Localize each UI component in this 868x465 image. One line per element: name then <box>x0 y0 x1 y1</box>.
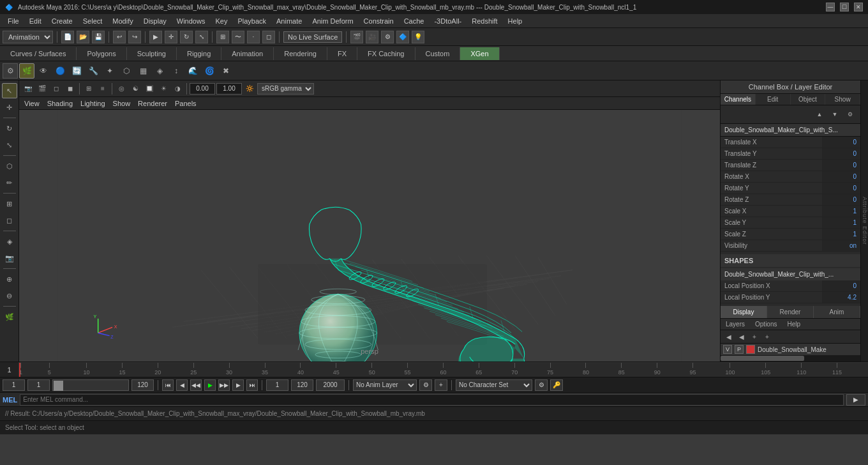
options-tab[interactable]: Options <box>750 319 782 330</box>
display-button[interactable]: ◈ <box>2 234 17 249</box>
anim-layer-dropdown[interactable]: No Anim Layer <box>353 379 417 391</box>
play-forward-button[interactable]: ▶ <box>204 379 216 391</box>
menu-modify[interactable]: Modify <box>107 16 138 26</box>
vp-menu-view[interactable]: View <box>24 100 40 107</box>
vp-input-min[interactable] <box>190 83 215 95</box>
move-tool-button[interactable]: ✛ <box>2 100 17 115</box>
tab-fx[interactable]: FX <box>327 47 357 60</box>
xgen-tool-13[interactable]: ✖ <box>218 63 234 79</box>
menu-help[interactable]: Help <box>503 16 528 26</box>
tab-xgen[interactable]: XGen <box>460 47 499 60</box>
render-tab[interactable]: Render <box>767 306 814 318</box>
hypershade-button[interactable]: 🔷 <box>396 31 409 43</box>
tab-fx-caching[interactable]: FX Caching <box>357 47 415 60</box>
xgen-button[interactable]: 🌿 <box>2 309 17 324</box>
vp-hud-icon[interactable]: ≡ <box>96 82 109 95</box>
animation-dropdown[interactable]: Animation <box>3 31 53 43</box>
visibility-value[interactable]: on <box>822 240 860 251</box>
menu-windows[interactable]: Windows <box>172 16 211 26</box>
scale-tool-button[interactable]: ⤡ <box>2 137 17 153</box>
local-pos-y-value[interactable]: 4.2 <box>822 292 860 303</box>
rotate-y-value[interactable]: 0 <box>822 183 860 194</box>
xgen-tool-12[interactable]: 🌀 <box>202 63 217 79</box>
attribute-editor-sidebar[interactable]: Attribute Editor <box>860 80 868 362</box>
character-set-options-button[interactable]: ⚙ <box>535 379 548 391</box>
vp-menu-panels[interactable]: Panels <box>175 100 197 107</box>
ipr-button[interactable]: 🎥 <box>366 31 378 43</box>
playback-speed-input[interactable] <box>291 379 313 391</box>
menu-constrain[interactable]: Constrain <box>359 16 399 26</box>
character-set-key-button[interactable]: 🔑 <box>550 379 563 391</box>
anim-layer-options-button[interactable]: ⚙ <box>419 379 432 391</box>
menu-cache[interactable]: Cache <box>399 16 430 26</box>
layer-add-sel-button[interactable]: + <box>761 332 773 342</box>
open-scene-button[interactable]: 📂 <box>77 31 89 43</box>
go-to-end-button[interactable]: ⏭ <box>246 379 258 391</box>
xgen-tool-3[interactable]: 🔵 <box>52 63 68 79</box>
timeline-slider-thumb[interactable] <box>54 381 63 391</box>
menu-animate[interactable]: Animate <box>271 16 307 26</box>
menu-redshift[interactable]: Redshift <box>467 16 502 26</box>
lasso-button[interactable]: ⬡ <box>2 158 17 174</box>
layer-next-button[interactable]: ◀ <box>736 332 747 342</box>
maximize-button[interactable]: ☐ <box>840 3 849 11</box>
paint-button[interactable]: ✏ <box>2 175 17 190</box>
tab-polygons[interactable]: Polygons <box>77 47 126 60</box>
menu-select[interactable]: Select <box>78 16 108 26</box>
right-panel-scrollbar[interactable] <box>721 355 860 362</box>
menu-display[interactable]: Display <box>138 16 172 26</box>
redo-button[interactable]: ↪ <box>128 31 141 43</box>
range-start-input[interactable] <box>266 379 288 391</box>
layer-playback-toggle[interactable]: P <box>735 345 744 354</box>
play-back-button[interactable]: ◀◀ <box>190 379 202 391</box>
snap-button[interactable]: ⊞ <box>2 196 17 211</box>
translate-z-value[interactable]: 0 <box>822 160 860 171</box>
channel-options-button[interactable]: ⚙ <box>842 107 858 122</box>
vp-menu-shading[interactable]: Shading <box>47 100 73 107</box>
step-forward-button[interactable]: ▶ <box>232 379 244 391</box>
menu-3dto[interactable]: -3DtoAll- <box>429 16 467 26</box>
move-button[interactable]: ✛ <box>165 31 177 43</box>
timeline-slider[interactable] <box>52 379 129 391</box>
local-pos-x-value[interactable]: 0 <box>822 280 860 291</box>
scale-y-value[interactable]: 1 <box>822 217 860 228</box>
tab-rigging[interactable]: Rigging <box>177 47 221 60</box>
rotate-x-value[interactable]: 0 <box>822 171 860 182</box>
menu-edit[interactable]: Edit <box>24 16 47 26</box>
current-frame[interactable] <box>27 379 50 391</box>
xgen-tool-9[interactable]: ◈ <box>152 63 167 79</box>
save-scene-button[interactable]: 💾 <box>92 31 105 43</box>
viewport-content[interactable]: X Y Z persp <box>19 110 720 362</box>
frame-range-end-display[interactable] <box>131 379 154 391</box>
snap-view-button[interactable]: ◻ <box>262 31 275 43</box>
mel-run-button[interactable]: ▶ <box>846 394 865 406</box>
new-scene-button[interactable]: 📄 <box>61 31 74 43</box>
scale-button[interactable]: ⤡ <box>195 31 208 43</box>
scale-x-value[interactable]: 1 <box>822 206 860 217</box>
render-settings-button[interactable]: ⚙ <box>381 31 394 43</box>
scale-z-value[interactable]: 1 <box>822 229 860 240</box>
vp-light-icon[interactable]: ☀ <box>157 82 170 95</box>
tab-sculpting[interactable]: Sculpting <box>127 47 177 60</box>
settings-icon[interactable]: ⚙ <box>3 63 18 79</box>
close-button[interactable]: ✕ <box>854 3 863 11</box>
menu-key[interactable]: Key <box>210 16 232 26</box>
minimize-button[interactable]: — <box>826 3 835 11</box>
go-to-start-button[interactable]: ⏮ <box>162 379 174 391</box>
tab-animation[interactable]: Animation <box>221 47 274 60</box>
vp-shadow-icon[interactable]: ◑ <box>171 82 184 95</box>
vp-film-icon[interactable]: 🎬 <box>36 82 49 95</box>
tab-curves-surfaces[interactable]: Curves / Surfaces <box>0 47 77 60</box>
vp-camera-icon[interactable]: 📷 <box>22 82 34 95</box>
vp-menu-lighting[interactable]: Lighting <box>80 100 105 107</box>
xgen-tool-2[interactable]: 👁 <box>36 63 51 79</box>
frame-range-start[interactable] <box>3 379 25 391</box>
play-fast-button[interactable]: ▶▶ <box>218 379 230 391</box>
hide-button[interactable]: ◻ <box>2 213 17 228</box>
snap-grid-button[interactable]: ⊞ <box>216 31 229 43</box>
layer-visible-toggle[interactable]: V <box>723 345 732 354</box>
scroll-down-button[interactable]: ▼ <box>827 107 842 122</box>
layer-add-button[interactable]: + <box>749 332 760 342</box>
xgen-tool-5[interactable]: 🔧 <box>86 63 101 79</box>
vp-xray-icon[interactable]: ☯ <box>129 82 142 95</box>
